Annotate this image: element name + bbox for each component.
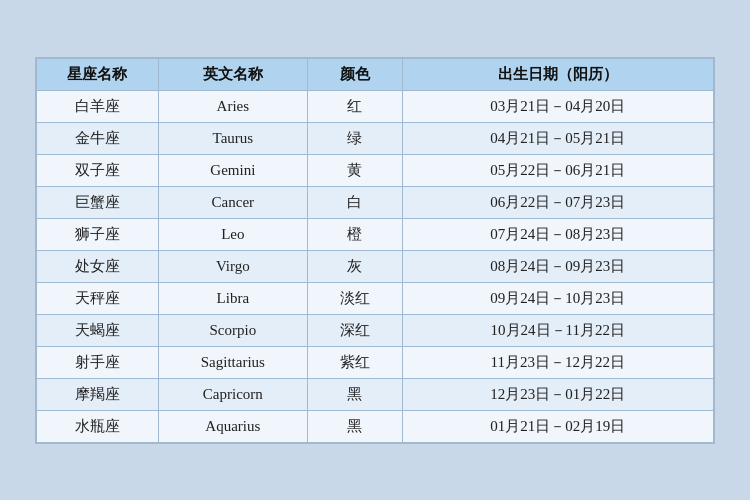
cell-chinese: 双子座 xyxy=(37,154,159,186)
cell-chinese: 摩羯座 xyxy=(37,378,159,410)
cell-chinese: 巨蟹座 xyxy=(37,186,159,218)
cell-chinese: 处女座 xyxy=(37,250,159,282)
zodiac-table-container: 星座名称 英文名称 颜色 出生日期（阳历） 白羊座Aries红03月21日－04… xyxy=(35,57,715,444)
cell-color: 白 xyxy=(307,186,402,218)
cell-english: Cancer xyxy=(158,186,307,218)
cell-date: 05月22日－06月21日 xyxy=(402,154,713,186)
cell-color: 红 xyxy=(307,90,402,122)
cell-date: 10月24日－11月22日 xyxy=(402,314,713,346)
cell-date: 01月21日－02月19日 xyxy=(402,410,713,442)
cell-english: Scorpio xyxy=(158,314,307,346)
cell-color: 深红 xyxy=(307,314,402,346)
table-row: 狮子座Leo橙07月24日－08月23日 xyxy=(37,218,714,250)
cell-chinese: 水瓶座 xyxy=(37,410,159,442)
table-row: 双子座Gemini黄05月22日－06月21日 xyxy=(37,154,714,186)
table-row: 金牛座Taurus绿04月21日－05月21日 xyxy=(37,122,714,154)
cell-date: 07月24日－08月23日 xyxy=(402,218,713,250)
cell-english: Aries xyxy=(158,90,307,122)
cell-color: 黄 xyxy=(307,154,402,186)
cell-english: Libra xyxy=(158,282,307,314)
cell-chinese: 天秤座 xyxy=(37,282,159,314)
table-row: 巨蟹座Cancer白06月22日－07月23日 xyxy=(37,186,714,218)
table-header-row: 星座名称 英文名称 颜色 出生日期（阳历） xyxy=(37,58,714,90)
cell-chinese: 射手座 xyxy=(37,346,159,378)
header-date: 出生日期（阳历） xyxy=(402,58,713,90)
cell-chinese: 天蝎座 xyxy=(37,314,159,346)
cell-english: Capricorn xyxy=(158,378,307,410)
cell-date: 03月21日－04月20日 xyxy=(402,90,713,122)
table-row: 天蝎座Scorpio深红10月24日－11月22日 xyxy=(37,314,714,346)
header-chinese: 星座名称 xyxy=(37,58,159,90)
cell-date: 06月22日－07月23日 xyxy=(402,186,713,218)
table-row: 处女座Virgo灰08月24日－09月23日 xyxy=(37,250,714,282)
cell-color: 灰 xyxy=(307,250,402,282)
cell-date: 08月24日－09月23日 xyxy=(402,250,713,282)
table-row: 白羊座Aries红03月21日－04月20日 xyxy=(37,90,714,122)
cell-color: 黑 xyxy=(307,410,402,442)
cell-chinese: 白羊座 xyxy=(37,90,159,122)
cell-chinese: 狮子座 xyxy=(37,218,159,250)
cell-date: 04月21日－05月21日 xyxy=(402,122,713,154)
cell-color: 绿 xyxy=(307,122,402,154)
header-color: 颜色 xyxy=(307,58,402,90)
cell-color: 黑 xyxy=(307,378,402,410)
cell-english: Gemini xyxy=(158,154,307,186)
cell-english: Virgo xyxy=(158,250,307,282)
cell-english: Leo xyxy=(158,218,307,250)
cell-english: Taurus xyxy=(158,122,307,154)
header-english: 英文名称 xyxy=(158,58,307,90)
cell-english: Aquarius xyxy=(158,410,307,442)
table-row: 摩羯座Capricorn黑12月23日－01月22日 xyxy=(37,378,714,410)
cell-color: 紫红 xyxy=(307,346,402,378)
table-row: 天秤座Libra淡红09月24日－10月23日 xyxy=(37,282,714,314)
cell-date: 09月24日－10月23日 xyxy=(402,282,713,314)
cell-english: Sagittarius xyxy=(158,346,307,378)
table-row: 水瓶座Aquarius黑01月21日－02月19日 xyxy=(37,410,714,442)
cell-color: 橙 xyxy=(307,218,402,250)
cell-date: 12月23日－01月22日 xyxy=(402,378,713,410)
cell-color: 淡红 xyxy=(307,282,402,314)
cell-date: 11月23日－12月22日 xyxy=(402,346,713,378)
zodiac-table: 星座名称 英文名称 颜色 出生日期（阳历） 白羊座Aries红03月21日－04… xyxy=(36,58,714,443)
table-row: 射手座Sagittarius紫红11月23日－12月22日 xyxy=(37,346,714,378)
cell-chinese: 金牛座 xyxy=(37,122,159,154)
